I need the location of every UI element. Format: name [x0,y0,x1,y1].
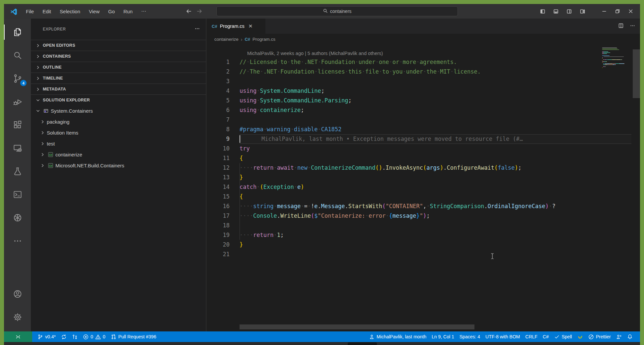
status-prettier[interactable]: Prettier [586,331,613,342]
status-notifications[interactable] [624,331,635,342]
menu-view[interactable]: View [85,7,103,16]
activity-settings-icon[interactable] [4,306,31,329]
status-git-blame[interactable]: MichalPavlik, last month [366,331,429,342]
menu-go[interactable]: Go [105,7,118,16]
vertical-scrollbar[interactable] [633,49,640,98]
code-line-3[interactable]: 3 [206,77,640,86]
status-git-branch[interactable]: v0.4* [35,331,58,342]
section-metadata[interactable]: METADATA [31,84,206,94]
activity-explorer-icon[interactable] [4,21,31,44]
tree-item-system-containers[interactable]: System.Containers [31,105,206,116]
code-line-8[interactable]: 8#pragma·warning·disable·CA1852 [206,125,640,134]
status-remote-indicator[interactable] [4,331,32,342]
tree-item-microsoft-net-build-containers[interactable]: C#Microsoft.NET.Build.Containers [31,160,206,171]
code-line-2[interactable]: 2//·The·.NET·Foundation·licenses·this·fi… [206,67,640,77]
code-line-14[interactable]: 14catch·(Exception·e) [206,182,640,192]
code-line-7[interactable]: 7 [206,115,640,125]
menu-run[interactable]: Run [120,7,136,16]
chevron-right-icon [39,130,45,136]
activity-accounts-icon[interactable] [4,282,31,306]
tree-item-solution-items[interactable]: Solution Items [31,127,206,138]
activity-compass-icon[interactable] [4,206,31,229]
close-button[interactable] [624,4,637,19]
chevron-right-icon [39,152,45,158]
code-line-17[interactable]: 17····Console.WriteLine($"Containerize:·… [206,211,640,221]
status-spell-checker[interactable]: Spell [551,331,575,342]
code-line-5[interactable]: 5using·System.CommandLine.Parsing; [206,96,640,105]
sidebar-more-icon[interactable] [194,26,200,33]
remote-icon [15,334,21,340]
code-line-6[interactable]: 6using·containerize; [206,105,640,115]
code-line-10[interactable]: 10try [206,144,640,153]
line-content: using·System.CommandLine.Parsing; [240,96,640,105]
code-line-9[interactable]: 9MichalPavlik, last month • Exception me… [206,134,640,144]
close-tab-icon[interactable]: ✕ [249,23,253,29]
code-line-21[interactable]: 21 [206,250,640,259]
command-center-search[interactable]: containers [216,6,458,16]
minimize-button[interactable] [598,4,611,19]
section-open-editors[interactable]: OPEN EDITORS [31,40,206,51]
activity-extensions-icon[interactable] [4,113,31,137]
tab-program-cs[interactable]: C# Program.cs ✕ [206,19,265,34]
section-outline[interactable]: OUTLINE [31,62,206,73]
menu-selection[interactable]: Selection [56,7,84,16]
status-sync[interactable] [58,331,69,342]
toggle-secondary-sidebar-icon[interactable] [562,4,576,19]
customize-layout-icon[interactable] [576,4,589,19]
forward-icon[interactable] [196,8,202,14]
status-problems[interactable]: 00 [80,331,108,342]
tree-item-packaging[interactable]: packaging [31,116,206,127]
status-feedback[interactable] [613,331,624,342]
status-eol[interactable]: CRLF [523,331,540,342]
menu-overflow-icon[interactable]: ⋯ [138,7,150,16]
tree-item-containerize[interactable]: C#containerize [31,149,206,160]
activity-more-icon[interactable] [4,229,31,253]
codelens-blame[interactable]: MichalPavlik, 2 weeks ago | 5 authors (M… [206,49,640,57]
code-line-4[interactable]: 4using·System.CommandLine; [206,86,640,96]
status-language-mode[interactable]: C# [540,331,551,342]
code-line-16[interactable]: 16····string·message·=·!e.Message.Starts… [206,201,640,211]
activity-testing-icon[interactable] [4,160,31,183]
line-number: 17 [206,211,230,221]
split-editor-icon[interactable] [618,23,624,30]
code-editor[interactable]: MichalPavlik, 2 weeks ago | 5 authors (M… [206,45,640,331]
menu-file[interactable]: File [22,7,37,16]
minimap[interactable] [602,47,633,69]
editor-more-icon[interactable] [630,23,635,30]
code-line-18[interactable]: 18 [206,221,640,230]
menu-edit[interactable]: Edit [39,7,55,16]
section-timeline[interactable]: TIMELINE [31,73,206,84]
code-line-1[interactable]: 1//·Licensed·to·the·.NET·Foundation·unde… [206,57,640,67]
status-git-graph[interactable] [69,331,80,342]
line-content: using·containerize; [240,105,640,115]
status-indentation[interactable]: Spaces: 4 [457,331,483,342]
code-line-11[interactable]: 11{ [206,153,640,163]
status-pull-request[interactable]: Pull Request #396 [108,331,159,342]
toggle-panel-icon[interactable] [549,4,562,19]
restore-button[interactable] [611,4,624,19]
code-line-13[interactable]: 13} [206,173,640,182]
activity-terminal-icon[interactable] [4,183,31,206]
toggle-sidebar-icon[interactable] [536,4,549,19]
code-line-20[interactable]: 20} [206,240,640,250]
chevron-right-icon [35,86,41,92]
section-containers[interactable]: CONTAINERS [31,51,206,62]
breadcrumb-file[interactable]: Program.cs [252,37,275,42]
code-line-19[interactable]: 19····return·1; [206,230,640,240]
bottom-strip [4,342,640,345]
status-sprout[interactable] [575,331,586,342]
activity-remote-explorer-icon[interactable] [4,137,31,160]
tree-item-test[interactable]: test [31,138,206,149]
breadcrumb-folder[interactable]: containerize [214,37,239,42]
code-line-12[interactable]: 12····return·await·new·ContainerizeComma… [206,163,640,173]
code-line-15[interactable]: 15{ [206,192,640,201]
activity-search-icon[interactable] [4,44,31,67]
section-solution-explorer[interactable]: SOLUTION EXPLORER [31,94,206,105]
status-cursor-position[interactable]: Ln 9, Col 1 [429,331,457,342]
back-icon[interactable] [186,8,192,14]
activity-run-debug-icon[interactable] [4,90,31,113]
status-encoding[interactable]: UTF-8 with BOM [483,331,523,342]
line-number: 6 [206,105,230,115]
activity-source-control-icon[interactable]: 4 [4,67,31,90]
horizontal-scrollbar[interactable] [240,324,474,329]
